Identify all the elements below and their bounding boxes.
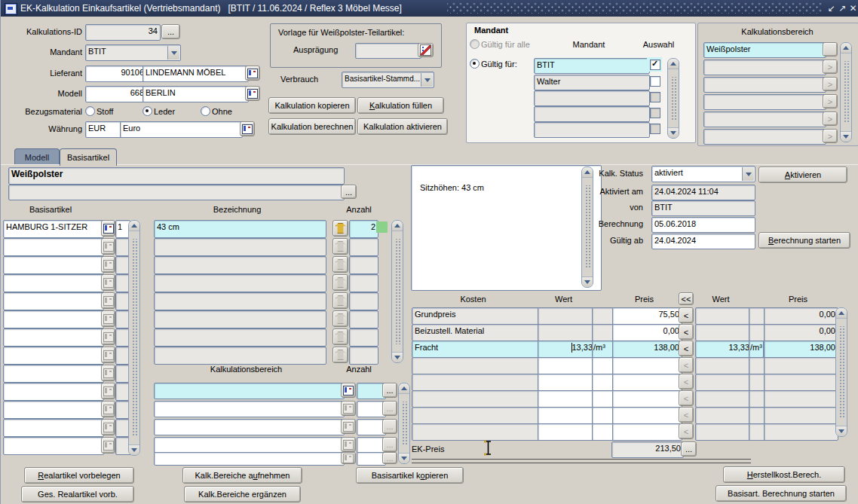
kosten-preis-field[interactable]: 138,00: [612, 341, 682, 358]
basisartikel-lov-button[interactable]: [101, 347, 115, 363]
kb-row-field[interactable]: [154, 419, 345, 435]
scroll-up-button[interactable]: [836, 308, 847, 319]
scroll-down-button[interactable]: [841, 131, 851, 142]
kosten-wert2-field[interactable]: 13,33: [695, 341, 752, 358]
basisartikel-lov-button[interactable]: [101, 419, 115, 435]
chevron-down-icon[interactable]: [421, 73, 433, 87]
modell-lov-button[interactable]: [245, 86, 260, 101]
kosten-name-field[interactable]: Beizustell. Material: [412, 324, 541, 341]
kalkbereich-row-field[interactable]: [703, 77, 826, 93]
kosten-wert-field[interactable]: [538, 357, 596, 374]
window-collapse-icon[interactable]: ↙: [826, 2, 836, 14]
kalkbereich-move-button[interactable]: >: [823, 111, 838, 126]
scrollbar-grip[interactable]: [399, 394, 409, 453]
kb-lov-button[interactable]: [341, 452, 356, 464]
mandant-row-field[interactable]: BTIT: [534, 58, 650, 74]
scroll-up-button[interactable]: [392, 221, 403, 231]
basisartikel-field[interactable]: [3, 383, 104, 401]
basisartikel-lov-button[interactable]: [101, 238, 115, 255]
transfer-row-button[interactable]: <: [679, 407, 694, 423]
mandant-row-field[interactable]: [534, 90, 650, 106]
transfer-row-button[interactable]: <: [679, 324, 694, 340]
chevron-down-icon[interactable]: [742, 167, 754, 181]
radio-ohne[interactable]: [201, 106, 210, 116]
auswahl-checkbox[interactable]: [650, 76, 660, 87]
bezeichnung-attr-button[interactable]: [332, 292, 348, 309]
basisart-berechnung-starten-button[interactable]: Basisart. Berechnung starten: [716, 485, 847, 502]
transfer-all-button[interactable]: <<: [679, 292, 694, 305]
kosten-wert-field[interactable]: [538, 390, 596, 408]
basisartikel-lov-button[interactable]: [101, 220, 115, 237]
basisartikel-lov-button[interactable]: [101, 292, 115, 309]
tab-basisartikel[interactable]: Basisartikel: [60, 148, 117, 166]
mandant-dropdown[interactable]: BTIT: [85, 44, 181, 61]
basisartikel-lov-button[interactable]: [101, 328, 115, 345]
kosten-wert-field[interactable]: [538, 423, 596, 441]
transfer-row-button[interactable]: <: [679, 374, 694, 389]
kosten-wert-field[interactable]: [538, 307, 596, 325]
basisartikel-field[interactable]: [3, 256, 104, 274]
auspraegung-edit-button[interactable]: [418, 43, 434, 57]
bezeichnung-field[interactable]: [154, 310, 326, 328]
basisartikel-lov-button[interactable]: [101, 383, 115, 399]
scroll-up-button[interactable]: [399, 383, 409, 394]
scrollbar-grip[interactable]: [836, 319, 847, 426]
aktivieren-button[interactable]: Aktivieren: [758, 166, 847, 183]
kosten-unit-field[interactable]: /m³: [592, 341, 613, 358]
radio-gueltig-fuer[interactable]: [470, 59, 480, 69]
kosten-preis-field[interactable]: [612, 423, 682, 441]
kosten-name-field[interactable]: [412, 390, 541, 408]
scrollbar-grip[interactable]: [668, 69, 679, 127]
kalk-bereiche-ergaenzen-button[interactable]: Kalk.Bereiche ergänzen: [184, 486, 301, 502]
bezeichnung-attr-button[interactable]: [332, 256, 348, 273]
kalkulations-id-lov-button[interactable]: ...: [161, 24, 180, 39]
kosten-preis-field[interactable]: [612, 374, 682, 391]
kalk-status-dropdown[interactable]: aktiviert: [651, 166, 755, 182]
bezeichnung-field[interactable]: [154, 328, 326, 347]
basisartikel-field[interactable]: [3, 419, 104, 437]
basisartikel-lov-button[interactable]: [101, 401, 115, 417]
kb-lov-button[interactable]: [341, 419, 356, 434]
basisartikel-lov-button[interactable]: [101, 365, 115, 381]
scroll-down-button[interactable]: [392, 352, 403, 362]
kosten-wert2-field[interactable]: [695, 307, 752, 325]
auspraegung-field[interactable]: [355, 43, 421, 59]
kosten-name-field[interactable]: [412, 423, 541, 441]
kosten-wert2-field[interactable]: [695, 407, 752, 424]
bezeichnung-attr-button[interactable]: [332, 274, 348, 291]
basisartikel-kopieren-button[interactable]: Basisartikel kopieren: [356, 467, 464, 484]
bezeichnung-field[interactable]: [154, 292, 326, 310]
bereich-detail-field[interactable]: [8, 185, 345, 200]
auswahl-checkbox[interactable]: [650, 92, 660, 102]
bezeichnung-anzahl-field[interactable]: [349, 347, 378, 365]
kosten-wert2-field[interactable]: [695, 374, 752, 391]
bezeichnung-anzahl-field[interactable]: 2: [349, 220, 378, 238]
kb-more-button[interactable]: ...: [382, 452, 397, 464]
kosten-name-field[interactable]: [412, 407, 541, 424]
basisartikel-field[interactable]: [3, 292, 104, 310]
basisartikel-field[interactable]: [3, 238, 104, 256]
kb-scrollbar[interactable]: [398, 383, 410, 464]
basisartikel-lov-button[interactable]: [101, 310, 115, 327]
kosten-wert2-field[interactable]: [695, 324, 752, 341]
scroll-down-button[interactable]: [836, 426, 847, 436]
bezeichnung-anzahl-field[interactable]: [349, 256, 378, 274]
auswahl-checkbox[interactable]: [650, 124, 660, 134]
berechnung-field[interactable]: 05.06.2018: [651, 217, 755, 233]
bezeichnung-anzahl-field[interactable]: [349, 328, 378, 347]
lieferant-lov-button[interactable]: [245, 66, 260, 81]
kalkbereich-move-button[interactable]: >: [823, 94, 838, 108]
kalkulation-fuellen-button[interactable]: Kalkulation füllen: [357, 97, 444, 114]
basisartikel-field[interactable]: HAMBURG 1-SITZER: [3, 220, 104, 238]
kosten-wert-field[interactable]: [538, 324, 596, 341]
bezeichnung-field[interactable]: [154, 274, 326, 292]
realartikel-vorbelegen-button[interactable]: Realartikel vorbelegen: [24, 467, 134, 484]
kalkbereich-scrollbar[interactable]: [840, 42, 852, 142]
kb-more-button[interactable]: ...: [382, 383, 397, 398]
scroll-up-button[interactable]: [668, 59, 679, 69]
kosten-preis-field[interactable]: 75,50: [612, 307, 682, 325]
kosten-scrollbar[interactable]: [835, 307, 847, 437]
kosten-preis-field[interactable]: [612, 357, 682, 374]
bezeichnung-anzahl-field[interactable]: [349, 238, 378, 256]
basisartikel-field[interactable]: [3, 401, 104, 419]
